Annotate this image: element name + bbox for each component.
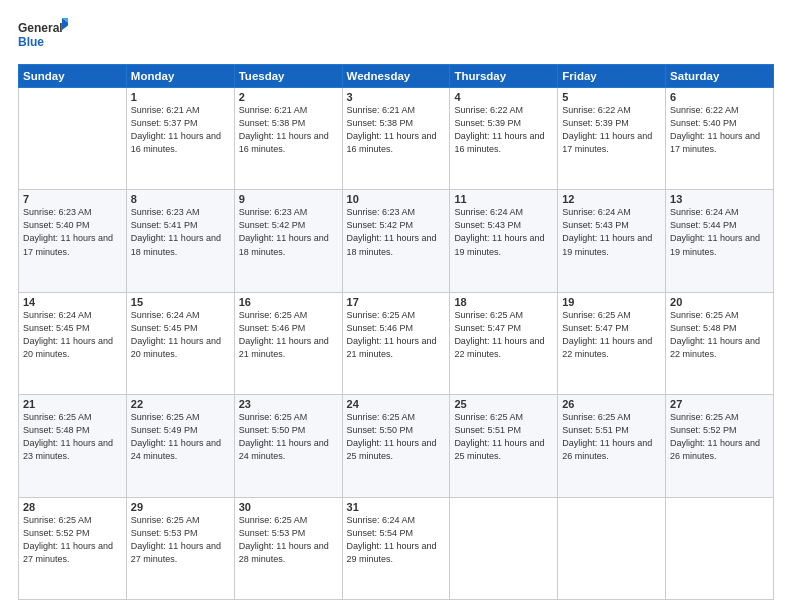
calendar-cell: 23 Sunrise: 6:25 AMSunset: 5:50 PMDaylig… [234,395,342,497]
calendar-cell: 2 Sunrise: 6:21 AMSunset: 5:38 PMDayligh… [234,88,342,190]
weekday-header-monday: Monday [126,65,234,88]
day-number: 6 [670,91,769,103]
week-row-5: 28 Sunrise: 6:25 AMSunset: 5:52 PMDaylig… [19,497,774,599]
day-number: 31 [347,501,446,513]
day-info: Sunrise: 6:25 AMSunset: 5:52 PMDaylight:… [23,515,113,564]
calendar-cell: 13 Sunrise: 6:24 AMSunset: 5:44 PMDaylig… [666,190,774,292]
day-info: Sunrise: 6:25 AMSunset: 5:46 PMDaylight:… [239,310,329,359]
day-info: Sunrise: 6:25 AMSunset: 5:53 PMDaylight:… [131,515,221,564]
weekday-header-wednesday: Wednesday [342,65,450,88]
day-number: 22 [131,398,230,410]
day-info: Sunrise: 6:25 AMSunset: 5:48 PMDaylight:… [23,412,113,461]
header: General Blue [18,16,774,56]
day-info: Sunrise: 6:25 AMSunset: 5:50 PMDaylight:… [347,412,437,461]
day-number: 3 [347,91,446,103]
week-row-1: 1 Sunrise: 6:21 AMSunset: 5:37 PMDayligh… [19,88,774,190]
calendar-cell: 19 Sunrise: 6:25 AMSunset: 5:47 PMDaylig… [558,292,666,394]
day-number: 24 [347,398,446,410]
day-info: Sunrise: 6:25 AMSunset: 5:47 PMDaylight:… [562,310,652,359]
calendar-cell: 24 Sunrise: 6:25 AMSunset: 5:50 PMDaylig… [342,395,450,497]
day-info: Sunrise: 6:23 AMSunset: 5:41 PMDaylight:… [131,207,221,256]
day-info: Sunrise: 6:24 AMSunset: 5:45 PMDaylight:… [131,310,221,359]
calendar-cell: 18 Sunrise: 6:25 AMSunset: 5:47 PMDaylig… [450,292,558,394]
logo-svg: General Blue [18,16,68,56]
day-number: 30 [239,501,338,513]
calendar-cell: 15 Sunrise: 6:24 AMSunset: 5:45 PMDaylig… [126,292,234,394]
logo: General Blue [18,16,68,56]
day-number: 2 [239,91,338,103]
calendar-cell: 3 Sunrise: 6:21 AMSunset: 5:38 PMDayligh… [342,88,450,190]
day-number: 5 [562,91,661,103]
calendar-cell: 4 Sunrise: 6:22 AMSunset: 5:39 PMDayligh… [450,88,558,190]
calendar-cell: 28 Sunrise: 6:25 AMSunset: 5:52 PMDaylig… [19,497,127,599]
day-info: Sunrise: 6:25 AMSunset: 5:52 PMDaylight:… [670,412,760,461]
day-info: Sunrise: 6:25 AMSunset: 5:51 PMDaylight:… [454,412,544,461]
calendar-cell: 20 Sunrise: 6:25 AMSunset: 5:48 PMDaylig… [666,292,774,394]
day-number: 17 [347,296,446,308]
calendar-cell: 29 Sunrise: 6:25 AMSunset: 5:53 PMDaylig… [126,497,234,599]
weekday-header-saturday: Saturday [666,65,774,88]
day-number: 12 [562,193,661,205]
calendar-cell: 25 Sunrise: 6:25 AMSunset: 5:51 PMDaylig… [450,395,558,497]
calendar-cell: 27 Sunrise: 6:25 AMSunset: 5:52 PMDaylig… [666,395,774,497]
day-number: 11 [454,193,553,205]
day-info: Sunrise: 6:24 AMSunset: 5:54 PMDaylight:… [347,515,437,564]
day-number: 13 [670,193,769,205]
day-number: 29 [131,501,230,513]
day-number: 1 [131,91,230,103]
day-number: 20 [670,296,769,308]
calendar-cell: 8 Sunrise: 6:23 AMSunset: 5:41 PMDayligh… [126,190,234,292]
calendar-cell: 17 Sunrise: 6:25 AMSunset: 5:46 PMDaylig… [342,292,450,394]
day-info: Sunrise: 6:23 AMSunset: 5:42 PMDaylight:… [347,207,437,256]
day-info: Sunrise: 6:21 AMSunset: 5:38 PMDaylight:… [347,105,437,154]
day-number: 25 [454,398,553,410]
day-info: Sunrise: 6:24 AMSunset: 5:43 PMDaylight:… [562,207,652,256]
day-info: Sunrise: 6:25 AMSunset: 5:46 PMDaylight:… [347,310,437,359]
weekday-header-tuesday: Tuesday [234,65,342,88]
day-info: Sunrise: 6:24 AMSunset: 5:45 PMDaylight:… [23,310,113,359]
day-number: 8 [131,193,230,205]
calendar-cell [450,497,558,599]
svg-text:Blue: Blue [18,35,44,49]
calendar-cell: 10 Sunrise: 6:23 AMSunset: 5:42 PMDaylig… [342,190,450,292]
day-info: Sunrise: 6:24 AMSunset: 5:44 PMDaylight:… [670,207,760,256]
calendar-cell: 5 Sunrise: 6:22 AMSunset: 5:39 PMDayligh… [558,88,666,190]
day-number: 23 [239,398,338,410]
day-info: Sunrise: 6:22 AMSunset: 5:40 PMDaylight:… [670,105,760,154]
day-info: Sunrise: 6:22 AMSunset: 5:39 PMDaylight:… [454,105,544,154]
calendar-cell: 1 Sunrise: 6:21 AMSunset: 5:37 PMDayligh… [126,88,234,190]
calendar-cell [666,497,774,599]
calendar-cell: 6 Sunrise: 6:22 AMSunset: 5:40 PMDayligh… [666,88,774,190]
calendar-cell: 22 Sunrise: 6:25 AMSunset: 5:49 PMDaylig… [126,395,234,497]
calendar-cell [558,497,666,599]
calendar-cell: 11 Sunrise: 6:24 AMSunset: 5:43 PMDaylig… [450,190,558,292]
calendar-cell [19,88,127,190]
day-number: 21 [23,398,122,410]
day-number: 16 [239,296,338,308]
day-info: Sunrise: 6:25 AMSunset: 5:47 PMDaylight:… [454,310,544,359]
calendar-cell: 14 Sunrise: 6:24 AMSunset: 5:45 PMDaylig… [19,292,127,394]
day-info: Sunrise: 6:25 AMSunset: 5:53 PMDaylight:… [239,515,329,564]
calendar-cell: 7 Sunrise: 6:23 AMSunset: 5:40 PMDayligh… [19,190,127,292]
day-info: Sunrise: 6:23 AMSunset: 5:40 PMDaylight:… [23,207,113,256]
svg-text:General: General [18,21,63,35]
day-number: 27 [670,398,769,410]
calendar-cell: 26 Sunrise: 6:25 AMSunset: 5:51 PMDaylig… [558,395,666,497]
day-number: 4 [454,91,553,103]
day-info: Sunrise: 6:24 AMSunset: 5:43 PMDaylight:… [454,207,544,256]
weekday-header-row: SundayMondayTuesdayWednesdayThursdayFrid… [19,65,774,88]
page: General Blue SundayMondayTuesdayWednesda… [0,0,792,612]
calendar-cell: 30 Sunrise: 6:25 AMSunset: 5:53 PMDaylig… [234,497,342,599]
calendar-table: SundayMondayTuesdayWednesdayThursdayFrid… [18,64,774,600]
day-number: 15 [131,296,230,308]
day-number: 7 [23,193,122,205]
day-info: Sunrise: 6:25 AMSunset: 5:49 PMDaylight:… [131,412,221,461]
week-row-4: 21 Sunrise: 6:25 AMSunset: 5:48 PMDaylig… [19,395,774,497]
day-number: 10 [347,193,446,205]
day-info: Sunrise: 6:25 AMSunset: 5:50 PMDaylight:… [239,412,329,461]
day-number: 18 [454,296,553,308]
day-info: Sunrise: 6:21 AMSunset: 5:38 PMDaylight:… [239,105,329,154]
day-info: Sunrise: 6:25 AMSunset: 5:51 PMDaylight:… [562,412,652,461]
weekday-header-sunday: Sunday [19,65,127,88]
week-row-2: 7 Sunrise: 6:23 AMSunset: 5:40 PMDayligh… [19,190,774,292]
